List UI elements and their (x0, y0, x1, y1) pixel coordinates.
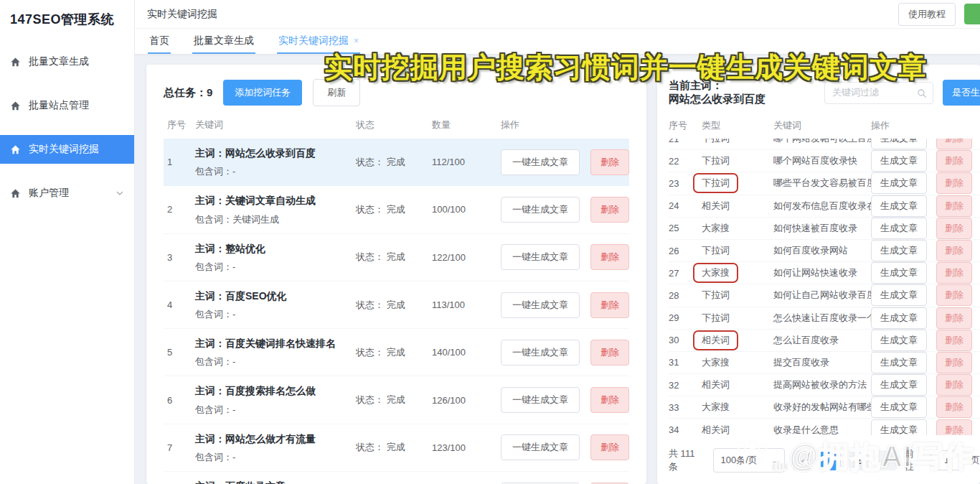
delete-button[interactable]: 删除 (936, 307, 972, 329)
row-type-cell: 下拉词 (702, 154, 773, 167)
page-number-button[interactable]: 2 (849, 450, 869, 470)
delete-button[interactable]: 删除 (590, 244, 629, 270)
generate-article-button[interactable]: 一键生成文章 (501, 244, 580, 270)
include-words: 包含词：- (195, 404, 349, 416)
table-row: 8 主词：百度收录文章 包含词：收录 状态： 完成 115/100 一键生成文章… (164, 472, 629, 484)
delete-button[interactable]: 删除 (936, 330, 972, 351)
generate-article-button[interactable]: 生成文章 (871, 352, 927, 373)
delete-button[interactable]: 删除 (590, 434, 629, 460)
row-keyword-cell: 主词：网站怎么做才有流量 包含词：- (195, 432, 356, 464)
delete-button[interactable]: 删除 (936, 150, 972, 172)
sidebar-item-batch-articles[interactable]: 批量文章生成 (0, 47, 134, 76)
generate-article-button[interactable]: 生成文章 (871, 396, 927, 418)
generate-article-button[interactable]: 生成文章 (871, 262, 927, 284)
close-icon[interactable]: × (354, 37, 359, 45)
delete-button[interactable]: 删除 (936, 396, 972, 418)
sidebar-item-batch-sites[interactable]: 批量站点管理 (0, 91, 134, 120)
generate-article-button[interactable]: 生成文章 (871, 150, 927, 172)
total-count-text: 共 111 条 (669, 447, 705, 473)
row-keyword: 怎么快速让百度收录一个新站 (773, 312, 871, 325)
generate-article-button[interactable]: 生成文章 (871, 240, 927, 261)
delete-button[interactable]: 删除 (936, 352, 972, 373)
toggle-generate-button[interactable]: 是否生成 (943, 80, 980, 106)
generate-article-button[interactable]: 生成文章 (871, 284, 927, 306)
main-keyword: 主词：百度收录文章 (195, 479, 349, 484)
tab-home[interactable]: 首页 (148, 34, 171, 54)
table-row: 22 下拉词 哪个网站百度收录快 生成文章 删除 (669, 150, 980, 172)
delete-button[interactable]: 删除 (936, 262, 972, 284)
keyword-type: 下拉词 (702, 139, 730, 145)
delete-button[interactable]: 删除 (936, 374, 972, 396)
generate-article-button[interactable]: 一键生成文章 (501, 292, 580, 318)
delete-button[interactable]: 删除 (936, 419, 972, 435)
row-keyword: 收录好的发帖网站有哪些 (773, 401, 871, 414)
generate-article-button[interactable]: 生成文章 (871, 374, 927, 396)
chevron-down-icon (116, 189, 124, 197)
table-row: 25 大家搜 如何快速被百度收录 生成文章 删除 (669, 218, 980, 240)
row-type-cell: 相关词 (702, 424, 773, 435)
prev-page-button[interactable]: ‹ (793, 450, 813, 470)
row-status: 状态： 完成 (356, 251, 432, 264)
generate-article-button[interactable]: 生成文章 (871, 307, 927, 329)
row-type-cell: 下拉词 (702, 244, 773, 257)
chevron-down-icon: ⌄ (771, 456, 778, 465)
breadcrumb: 实时关键词挖掘 (147, 8, 217, 21)
table-row: 34 相关词 收录是什么意思 生成文章 删除 (669, 419, 980, 435)
status-label: 状态： (356, 251, 384, 262)
status-label: 状态： (356, 442, 384, 452)
delete-button[interactable]: 删除 (936, 195, 972, 217)
page-size-select[interactable]: 100条/页⌄ (713, 448, 785, 473)
delete-button[interactable]: 删除 (936, 240, 972, 261)
row-keyword: 哪个网站百度收录快 (773, 154, 871, 167)
generate-article-button[interactable]: 生成文章 (871, 139, 927, 149)
include-words: 包含词：- (195, 451, 349, 464)
delete-button[interactable]: 删除 (936, 218, 972, 239)
row-type-cell: 下拉词 (702, 312, 773, 325)
table-row: 26 下拉词 如何百度收录网站 生成文章 删除 (669, 240, 980, 262)
keyword-type: 相关词 (702, 200, 730, 213)
sidebar-item-account[interactable]: 账户管理 (0, 179, 134, 208)
page-number-button[interactable]: 1 (821, 450, 841, 470)
row-index: 32 (669, 380, 702, 391)
include-words: 包含词：关键词生成 (195, 213, 349, 226)
generate-article-button[interactable]: 一键生成文章 (501, 340, 580, 366)
delete-button[interactable]: 删除 (590, 197, 629, 223)
row-actions: 一键生成文章 删除 (501, 197, 629, 223)
keywords-table-viewport[interactable]: 21 下拉词 哪个网站发帖可以上百度首页 生成文章 删除 22 (669, 139, 980, 435)
delete-button[interactable]: 删除 (936, 284, 972, 306)
sidebar-item-keyword-mining[interactable]: 实时关键词挖掘 (0, 135, 134, 164)
goto-page-input[interactable]: 1 (930, 450, 963, 470)
add-mining-task-button[interactable]: 添加挖词任务 (223, 80, 302, 106)
main-keyword: 主词：百度SEO优化 (195, 289, 349, 303)
status-label: 状态： (356, 204, 384, 215)
generate-article-button[interactable]: 一键生成文章 (501, 149, 580, 175)
row-index: 26 (669, 246, 702, 256)
tab-label: 实时关键词挖掘 (278, 34, 349, 47)
total-tasks-label: 总任务： (164, 86, 207, 98)
generate-article-button[interactable]: 生成文章 (871, 419, 927, 435)
home-icon (10, 101, 21, 111)
keyword-type: 相关词 (702, 424, 730, 435)
delete-button[interactable]: 删除 (936, 172, 972, 194)
row-keyword: 如何百度收录网站 (773, 244, 871, 257)
next-page-button[interactable]: › (877, 450, 897, 470)
table-row: 32 相关词 提高网站被收录的方法 生成文章 删除 (669, 374, 980, 396)
delete-button[interactable]: 删除 (936, 139, 972, 149)
row-actions: 一键生成文章 删除 (501, 387, 629, 413)
generate-article-button[interactable]: 一键生成文章 (501, 387, 580, 413)
delete-button[interactable]: 删除 (590, 292, 629, 318)
delete-button[interactable]: 删除 (590, 340, 629, 366)
partial-green-button[interactable] (964, 4, 980, 24)
generate-article-button[interactable]: 生成文章 (871, 330, 927, 351)
delete-button[interactable]: 删除 (590, 387, 629, 413)
tutorial-button[interactable]: 使用教程 (898, 3, 956, 26)
tab-batch-articles[interactable]: 批量文章生成 (192, 34, 255, 54)
delete-button[interactable]: 删除 (590, 149, 629, 175)
generate-article-button[interactable]: 生成文章 (871, 218, 927, 239)
include-words: 包含词：- (195, 355, 349, 368)
generate-article-button[interactable]: 一键生成文章 (501, 197, 580, 223)
generate-article-button[interactable]: 一键生成文章 (501, 434, 580, 460)
generate-article-button[interactable]: 生成文章 (871, 195, 927, 217)
promo-banner: 实时挖掘用户搜索习惯词并一键生成关键词文章 (324, 48, 927, 87)
generate-article-button[interactable]: 生成文章 (871, 172, 927, 194)
